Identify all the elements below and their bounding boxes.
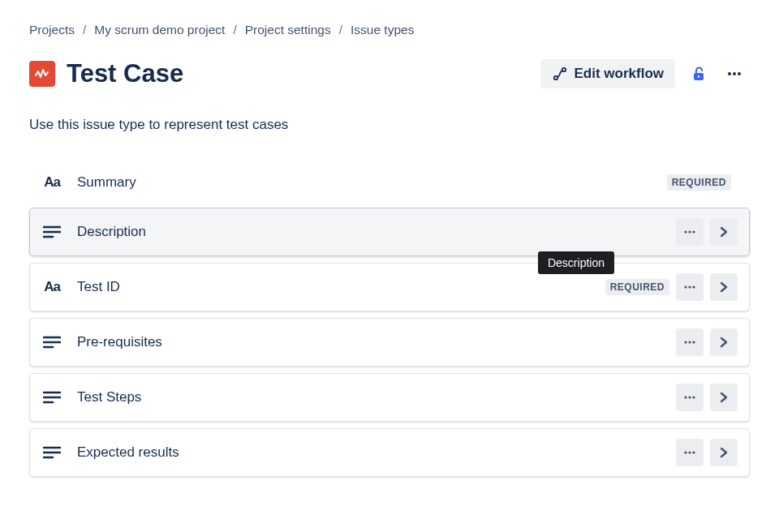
field-name-label: Summary: [77, 174, 667, 191]
svg-point-6: [738, 72, 741, 75]
svg-point-12: [692, 230, 695, 233]
field-more-button[interactable]: [676, 328, 704, 356]
field-row-actions: [676, 328, 738, 356]
field-name-label: Test ID: [77, 279, 605, 295]
field-more-button[interactable]: [676, 439, 704, 466]
breadcrumb: Projects / My scrum demo project / Proje…: [29, 23, 750, 37]
field-row-actions: [676, 218, 738, 246]
field-expand-button[interactable]: [710, 328, 738, 356]
field-row[interactable]: AaTest IDREQUIRED: [29, 263, 750, 311]
paragraph-field-icon: [41, 390, 62, 405]
svg-point-26: [688, 396, 691, 398]
required-badge: REQUIRED: [667, 174, 731, 191]
required-badge: REQUIRED: [605, 279, 669, 295]
chevron-right-icon: [717, 225, 731, 239]
breadcrumb-link-issuetypes[interactable]: Issue types: [351, 23, 414, 37]
text-field-icon: Aa: [41, 279, 62, 295]
breadcrumb-separator: /: [233, 23, 236, 37]
field-more-button[interactable]: [676, 273, 704, 301]
more-horizontal-icon: [682, 224, 698, 240]
more-horizontal-icon: [682, 334, 698, 350]
restrictions-button[interactable]: [683, 58, 714, 89]
field-more-button[interactable]: [676, 218, 704, 246]
field-name-label: Pre-requisites: [77, 334, 676, 350]
page-title: Test Case: [67, 59, 540, 88]
svg-point-33: [692, 451, 695, 453]
field-row[interactable]: Expected results: [29, 428, 750, 477]
page-header: Test Case Edit workflow: [29, 58, 750, 89]
svg-point-4: [728, 72, 731, 75]
field-expand-button[interactable]: [710, 384, 738, 411]
workflow-icon: [552, 66, 568, 82]
field-name-label: Description: [77, 224, 676, 240]
svg-point-0: [553, 76, 557, 79]
field-row[interactable]: Test Steps: [29, 373, 750, 422]
svg-point-1: [562, 68, 565, 71]
chevron-right-icon: [717, 445, 731, 460]
field-name-label: Expected results: [77, 444, 676, 461]
issue-type-icon: [29, 61, 55, 87]
paragraph-field-icon: [41, 225, 62, 239]
svg-point-3: [698, 75, 699, 77]
svg-point-20: [688, 341, 691, 343]
field-expand-button[interactable]: [710, 439, 738, 466]
field-name-label: Test Steps: [77, 389, 676, 405]
field-row-actions: [676, 384, 738, 411]
svg-point-13: [684, 285, 686, 288]
field-row-actions: [676, 273, 738, 301]
field-row-actions: [676, 439, 738, 466]
breadcrumb-link-project[interactable]: My scrum demo project: [94, 23, 225, 37]
unlock-icon: [690, 65, 708, 83]
more-actions-button[interactable]: [719, 58, 750, 89]
edit-workflow-label: Edit workflow: [575, 66, 665, 82]
breadcrumb-link-projects[interactable]: Projects: [29, 23, 75, 37]
edit-workflow-button[interactable]: Edit workflow: [540, 59, 676, 88]
issue-type-description: Use this issue type to represent test ca…: [29, 117, 750, 133]
svg-point-11: [688, 230, 691, 233]
field-expand-button[interactable]: [710, 273, 738, 301]
svg-point-25: [684, 396, 686, 398]
svg-point-21: [692, 341, 695, 343]
breadcrumb-separator: /: [83, 23, 86, 37]
breadcrumb-separator: /: [339, 23, 342, 37]
fields-list: AaSummaryREQUIREDDescriptionDescriptionA…: [29, 164, 750, 477]
field-tooltip: Description: [538, 251, 614, 274]
svg-point-10: [684, 230, 686, 233]
chevron-right-icon: [717, 280, 731, 294]
field-row[interactable]: AaSummaryREQUIRED: [29, 164, 750, 201]
more-horizontal-icon: [682, 279, 698, 295]
chevron-right-icon: [717, 335, 731, 350]
paragraph-field-icon: [41, 445, 62, 460]
text-field-icon: Aa: [41, 174, 62, 191]
field-row[interactable]: Pre-requisites: [29, 318, 750, 367]
svg-point-14: [688, 285, 691, 288]
more-horizontal-icon: [682, 444, 698, 461]
svg-point-5: [733, 72, 736, 75]
field-row[interactable]: DescriptionDescription: [29, 208, 750, 256]
field-expand-button[interactable]: [710, 218, 738, 246]
svg-point-15: [692, 285, 695, 288]
chevron-right-icon: [717, 390, 731, 405]
more-horizontal-icon: [725, 64, 744, 84]
svg-point-32: [688, 451, 691, 453]
more-horizontal-icon: [682, 389, 698, 405]
breadcrumb-link-settings[interactable]: Project settings: [245, 23, 331, 37]
svg-point-19: [684, 341, 686, 343]
field-more-button[interactable]: [676, 384, 704, 411]
paragraph-field-icon: [41, 335, 62, 350]
svg-point-31: [684, 451, 686, 453]
svg-point-27: [692, 396, 695, 398]
